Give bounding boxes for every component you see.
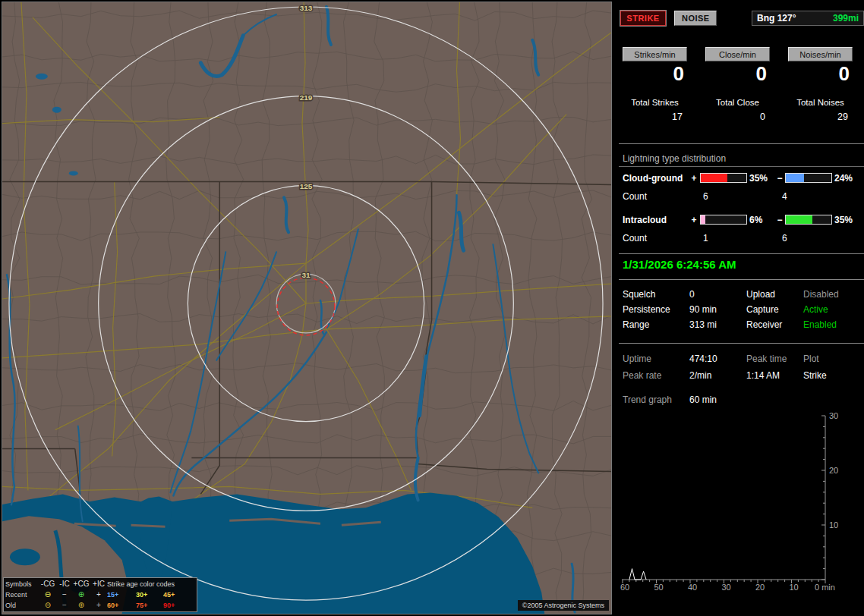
distribution-header: Lightning type distribution — [619, 153, 864, 164]
current-datetime: 1/31/2026 6:24:56 AM — [619, 258, 864, 274]
divider — [619, 143, 864, 144]
svg-text:60: 60 — [620, 583, 629, 592]
legend-row-old: Old ⊖ − ⊕ + 60+ 75+ 90+ — [5, 600, 195, 611]
cloud-ground-label: Cloud-ground — [623, 173, 688, 184]
minus-sign: − — [774, 173, 785, 184]
cg-plus-count: 6 — [688, 191, 770, 202]
uptime-value: 474:10 — [689, 354, 746, 364]
legend-symbols-header: Symbols — [5, 580, 39, 588]
neg-ic-recent-icon: − — [57, 591, 72, 599]
copyright-notice: ©2005 Astrogenic Systems — [518, 600, 609, 611]
svg-text:30: 30 — [829, 411, 838, 420]
mode-toolbar: STRIKE NOISE Bng 127° 399mi — [619, 11, 864, 26]
ic-count-row: Count 1 6 — [619, 233, 864, 244]
peak-rate-label: Peak rate — [623, 370, 689, 381]
age-75: 75+ — [136, 602, 163, 609]
receiver-label: Receiver — [746, 319, 803, 330]
ic-plus-bar — [700, 215, 747, 225]
ring-label-31: 31 — [301, 271, 311, 279]
total-strikes-value: 17 — [623, 112, 687, 122]
ic-minus-bar — [785, 215, 832, 225]
ring-label-125: 125 — [300, 182, 313, 190]
squelch-label: Squelch — [623, 289, 689, 300]
total-close-label: Total Close — [705, 98, 770, 109]
peak-time-value: 1:14 AM — [746, 370, 803, 381]
minus-sign: − — [774, 215, 785, 225]
age-45: 45+ — [163, 591, 189, 599]
pos-cg-old-icon: ⊕ — [72, 602, 90, 609]
ic-plus-count: 1 — [688, 233, 770, 244]
total-close-value: 0 — [705, 112, 770, 122]
cg-plus-bar — [700, 173, 747, 183]
cg-plus-pct: 35% — [747, 173, 774, 184]
cg-minus-pct: 24% — [832, 173, 864, 184]
range-label: Range — [623, 319, 689, 330]
pos-ic-old-icon: + — [90, 602, 107, 609]
cg-count-row: Count 6 4 — [619, 191, 864, 202]
settings-table: Squelch 0 Upload Disabled Persistence 90… — [619, 289, 864, 330]
ic-minus-pct: 35% — [832, 215, 864, 225]
legend-old-label: Old — [5, 602, 39, 609]
ic-minus-count: 6 — [770, 233, 864, 244]
svg-text:30: 30 — [722, 583, 731, 592]
bearing-range: 399mi — [833, 13, 859, 24]
svg-text:20: 20 — [755, 583, 765, 592]
cg-minus-bar — [785, 173, 832, 183]
rate-values-row: 0 0 0 — [619, 61, 864, 84]
trend-window-value: 60 min — [689, 394, 746, 405]
legend-col-pos-ic: +IC — [90, 580, 107, 588]
squelch-value: 0 — [689, 289, 746, 300]
receiver-status: Enabled — [803, 319, 864, 330]
total-noises-label: Total Noises — [788, 98, 853, 109]
legend-recent-label: Recent — [5, 591, 39, 599]
divider — [619, 166, 864, 167]
persistence-value: 90 min — [689, 304, 746, 315]
uptime-label: Uptime — [623, 354, 689, 364]
total-noises-value: 29 — [788, 112, 853, 122]
peak-rate-value: 2/min — [689, 370, 746, 381]
cloud-ground-row: Cloud-ground + 35% − 24% — [619, 172, 864, 184]
close-per-min-value: 0 — [705, 63, 770, 84]
pos-cg-recent-icon: ⊕ — [72, 591, 90, 599]
strikes-per-min-button[interactable]: Strikes/min — [623, 47, 687, 61]
strikes-per-min-value: 0 — [623, 63, 687, 84]
intracloud-row: Intracloud + 6% − 35% — [619, 214, 864, 225]
divider — [619, 343, 864, 344]
count-label: Count — [623, 233, 688, 244]
map-view[interactable]: 313 219 125 31 Symbols -CG -IC +CG +IC S… — [2, 2, 612, 614]
svg-text:40: 40 — [688, 583, 697, 592]
ring-label-219: 219 — [300, 93, 313, 102]
count-label: Count — [623, 191, 688, 202]
trend-graph-label: Trend graph — [623, 394, 689, 405]
noise-mode-button[interactable]: NOISE — [674, 11, 717, 26]
age-90: 90+ — [163, 602, 189, 609]
svg-text:0 min: 0 min — [815, 583, 835, 592]
plot-value: Strike — [803, 370, 864, 381]
ic-plus-pct: 6% — [747, 215, 774, 225]
status-sidebar: STRIKE NOISE Bng 127° 399mi Strikes/min … — [619, 0, 864, 616]
noises-per-min-button[interactable]: Noises/min — [788, 47, 853, 61]
age-30: 30+ — [136, 591, 163, 599]
totals-row: Total Strikes 17 Total Close 0 Total Noi… — [619, 98, 864, 122]
divider — [619, 253, 864, 254]
strike-mode-button[interactable]: STRIKE — [620, 11, 666, 26]
close-per-min-button[interactable]: Close/min — [705, 47, 770, 61]
svg-text:10: 10 — [829, 520, 838, 530]
legend-col-neg-ic: -IC — [57, 580, 72, 588]
stats-table: Uptime 474:10 Peak time Plot Peak rate 2… — [619, 354, 864, 381]
legend-col-neg-cg: -CG — [39, 580, 57, 588]
upload-label: Upload — [746, 289, 803, 300]
range-value: 313 mi — [689, 319, 746, 330]
plot-label: Plot — [803, 354, 864, 364]
peak-time-label: Peak time — [746, 354, 803, 364]
upload-status: Disabled — [803, 289, 864, 300]
total-strikes-label: Total Strikes — [623, 98, 687, 109]
bearing-readout: Bng 127° 399mi — [752, 11, 864, 26]
capture-status: Active — [803, 304, 864, 315]
age-15: 15+ — [107, 591, 136, 599]
pos-ic-recent-icon: + — [90, 591, 107, 599]
strike-legend: Symbols -CG -IC +CG +IC Strike age color… — [3, 577, 197, 612]
divider — [619, 279, 864, 280]
cg-minus-count: 4 — [770, 191, 864, 202]
trend-graph-header: Trend graph 60 min — [619, 394, 864, 405]
